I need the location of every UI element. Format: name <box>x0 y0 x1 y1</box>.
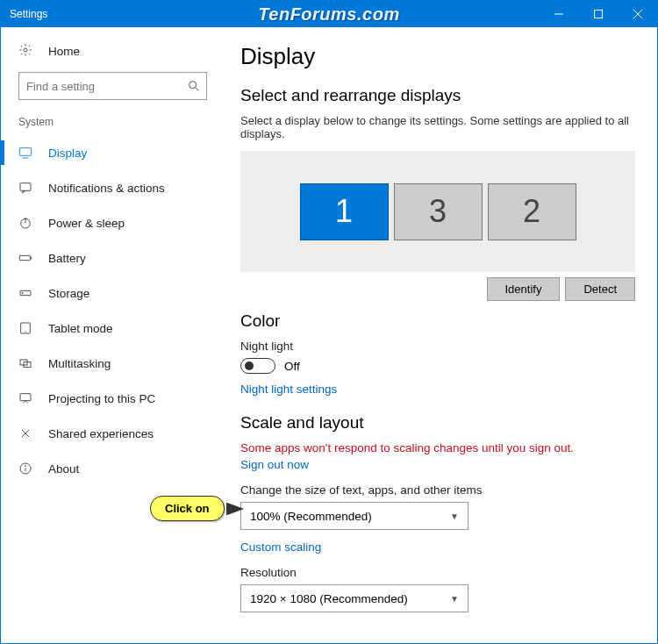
combo-value: 1920 × 1080 (Recommended) <box>250 592 408 605</box>
sidebar-item-label: Notifications & actions <box>48 182 165 195</box>
annotation-callout: Click on <box>150 496 225 521</box>
night-light-toggle[interactable]: Off <box>240 358 635 374</box>
sidebar-item-shared[interactable]: Shared experiences <box>1 416 225 451</box>
svg-rect-7 <box>19 148 31 156</box>
tablet-icon <box>18 321 32 335</box>
sign-out-now-link[interactable]: Sign out now <box>240 458 309 471</box>
detect-button[interactable]: Detect <box>565 277 635 301</box>
scaling-warning: Some apps won't respond to scaling chang… <box>240 441 635 454</box>
sidebar-home-label: Home <box>48 45 80 58</box>
display-icon <box>18 146 32 160</box>
sidebar: Home System Display Notifications & acti… <box>1 27 225 643</box>
display-box-1[interactable]: 1 <box>300 183 389 240</box>
gear-icon <box>18 43 32 60</box>
sidebar-item-label: Storage <box>48 287 89 300</box>
sidebar-item-storage[interactable]: Storage <box>1 275 225 311</box>
search-icon <box>181 79 206 93</box>
toggle-switch[interactable] <box>240 358 275 374</box>
sidebar-item-label: Tablet mode <box>48 322 113 335</box>
page-title: Display <box>240 43 635 70</box>
sidebar-item-label: Projecting to this PC <box>48 392 155 405</box>
search-input[interactable] <box>19 80 181 93</box>
sidebar-item-label: Battery <box>48 252 86 265</box>
scale-heading: Scale and layout <box>240 413 635 433</box>
arrange-heading: Select and rearrange displays <box>240 86 635 105</box>
resolution-label: Resolution <box>240 566 635 579</box>
main-panel: Display Select and rearrange displays Se… <box>225 27 657 643</box>
color-heading: Color <box>240 311 635 331</box>
titlebar: Settings TenForums.com <box>1 1 657 27</box>
text-size-label: Change the size of text, apps, and other… <box>240 483 635 497</box>
window-title: Settings <box>1 8 47 20</box>
sidebar-item-power[interactable]: Power & sleep <box>1 205 225 240</box>
storage-icon <box>18 286 32 300</box>
about-icon <box>18 462 32 476</box>
sidebar-item-label: Display <box>48 147 87 160</box>
svg-rect-12 <box>19 255 30 260</box>
sidebar-item-tablet[interactable]: Tablet mode <box>1 311 225 346</box>
sidebar-item-label: Shared experiences <box>48 427 154 440</box>
sidebar-item-battery[interactable]: Battery <box>1 240 225 275</box>
svg-rect-9 <box>20 183 31 191</box>
svg-line-6 <box>195 88 198 91</box>
svg-rect-20 <box>20 394 31 401</box>
sidebar-home[interactable]: Home <box>1 39 225 72</box>
night-light-label: Night light <box>240 340 635 353</box>
sidebar-item-label: Power & sleep <box>48 217 125 230</box>
maximize-button[interactable] <box>578 1 618 27</box>
notifications-icon <box>18 181 32 195</box>
chevron-down-icon: ▼ <box>450 594 459 604</box>
sidebar-item-label: About <box>48 462 79 476</box>
sidebar-group-label: System <box>1 116 225 135</box>
display-arrange-canvas[interactable]: 1 3 2 <box>240 151 635 272</box>
resolution-combo[interactable]: 1920 × 1080 (Recommended) ▼ <box>240 584 468 612</box>
sidebar-item-multitasking[interactable]: Multitasking <box>1 346 225 381</box>
toggle-state-label: Off <box>284 360 300 373</box>
sidebar-item-label: Multitasking <box>48 357 111 370</box>
search-input-container[interactable] <box>18 72 207 100</box>
arrange-help: Select a display below to change its set… <box>240 114 635 140</box>
combo-value: 100% (Recommended) <box>250 510 372 523</box>
battery-icon <box>18 251 32 265</box>
night-light-settings-link[interactable]: Night light settings <box>240 383 337 396</box>
projecting-icon <box>18 391 32 405</box>
annotation-tail <box>227 504 243 514</box>
sidebar-item-about[interactable]: About <box>1 451 225 486</box>
close-button[interactable] <box>618 1 657 27</box>
custom-scaling-link[interactable]: Custom scaling <box>240 540 321 554</box>
svg-point-5 <box>189 82 196 89</box>
display-box-2[interactable]: 2 <box>488 183 576 240</box>
svg-point-4 <box>24 48 27 52</box>
sidebar-item-notifications[interactable]: Notifications & actions <box>1 170 225 205</box>
display-box-3[interactable]: 3 <box>394 183 483 240</box>
annotation-text: Click on <box>150 496 225 521</box>
shared-icon <box>18 426 32 440</box>
sidebar-item-display[interactable]: Display <box>1 135 225 170</box>
svg-rect-1 <box>594 11 602 18</box>
multitasking-icon <box>18 356 32 370</box>
svg-point-23 <box>25 466 26 467</box>
text-size-combo[interactable]: 100% (Recommended) ▼ <box>240 502 468 530</box>
minimize-button[interactable] <box>539 1 578 27</box>
chevron-down-icon: ▼ <box>450 512 459 521</box>
sidebar-item-projecting[interactable]: Projecting to this PC <box>1 381 225 416</box>
svg-point-15 <box>22 292 23 293</box>
identify-button[interactable]: Identify <box>487 277 561 301</box>
power-icon <box>18 216 32 230</box>
window-controls <box>539 1 657 27</box>
